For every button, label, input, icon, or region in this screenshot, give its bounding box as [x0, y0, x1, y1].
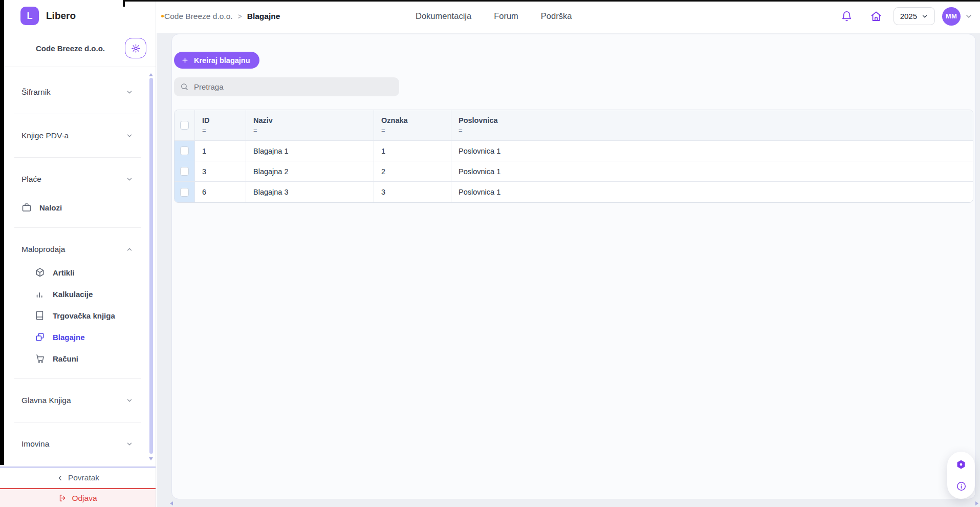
- sidebar-item-artikli[interactable]: Artikli: [0, 262, 156, 283]
- theme-settings-button[interactable]: [954, 458, 968, 471]
- row-checkbox[interactable]: [180, 167, 189, 176]
- logout-button[interactable]: Odjava: [0, 488, 156, 507]
- company-settings-button[interactable]: [125, 38, 146, 58]
- row-checkbox-cell: [175, 161, 195, 182]
- nav-link-dokumentacija[interactable]: Dokumentacija: [416, 11, 471, 21]
- horizontal-scroll-left-arrow[interactable]: [170, 501, 173, 505]
- company-row: Code Breeze d.o.o.: [0, 32, 156, 67]
- cell-naziv[interactable]: Blagajna 1: [246, 141, 374, 161]
- menu-divider: [14, 227, 141, 228]
- year-select[interactable]: 2025: [894, 7, 935, 25]
- create-blagajna-button[interactable]: Kreiraj blagajnu: [174, 52, 259, 69]
- app-root: L Libero Code Breeze d.o.o. Šifrarnik: [0, 0, 980, 507]
- cell-oznaka[interactable]: 1: [374, 141, 451, 161]
- user-menu-chevron-icon[interactable]: [965, 12, 973, 20]
- logout-icon: [58, 494, 67, 502]
- cash-register-icon: [35, 332, 45, 342]
- notification-dot: [161, 15, 164, 17]
- sidebar-scrollbar[interactable]: [149, 78, 153, 454]
- filter-operator[interactable]: =: [381, 126, 451, 134]
- blagajne-table: ID = Naziv = Oznaka = Poslovnica = 1: [174, 110, 973, 203]
- sidebar-item-racuni[interactable]: Računi: [0, 348, 156, 369]
- package-icon: [35, 267, 45, 278]
- filter-operator[interactable]: =: [459, 126, 973, 134]
- sidebar-scroll-down-arrow[interactable]: [149, 457, 153, 460]
- row-checkbox-cell: [175, 141, 195, 161]
- avatar-initials: MM: [946, 12, 957, 20]
- cell-naziv[interactable]: Blagajna 2: [246, 161, 374, 182]
- info-icon: [956, 481, 967, 492]
- row-checkbox[interactable]: [180, 146, 189, 155]
- chevron-up-icon: [126, 246, 133, 253]
- floating-toolbar: [947, 452, 975, 499]
- filter-operator[interactable]: =: [202, 126, 246, 134]
- main-content: Kreiraj blagajnu ID = Naziv = Oznaka: [157, 33, 980, 507]
- sidebar-item-label: Artikli: [53, 268, 75, 277]
- sidebar-item-label: Knjige PDV-a: [21, 131, 69, 140]
- chevron-left-icon: [56, 474, 64, 482]
- cell-id[interactable]: 3: [195, 161, 246, 182]
- notifications-button[interactable]: [841, 10, 853, 22]
- nav-link-forum[interactable]: Forum: [494, 11, 518, 21]
- book-icon: [35, 310, 45, 321]
- sidebar-item-kalkulacije[interactable]: Kalkulacije: [0, 283, 156, 305]
- column-header-oznaka[interactable]: Oznaka =: [374, 110, 451, 141]
- nav-link-podrska[interactable]: Podrška: [541, 11, 572, 21]
- back-button[interactable]: Povratak: [0, 467, 156, 488]
- breadcrumb-parent[interactable]: Code Breeze d.o.o.: [164, 12, 233, 21]
- sidebar-item-nalozi[interactable]: Nalozi: [0, 197, 156, 218]
- sidebar-item-maloprodaja[interactable]: Maloprodaja: [0, 237, 156, 262]
- column-header-id[interactable]: ID =: [195, 110, 246, 141]
- cell-id[interactable]: 1: [195, 141, 246, 161]
- select-all-checkbox[interactable]: [180, 121, 189, 130]
- cell-id[interactable]: 6: [195, 182, 246, 202]
- sidebar-item-label: Nalozi: [39, 203, 62, 212]
- sidebar-item-blagajne[interactable]: Blagajne: [0, 326, 156, 348]
- sidebar-item-label: Plaće: [21, 175, 41, 184]
- sidebar-item-knjige-pdva[interactable]: Knjige PDV-a: [0, 123, 156, 148]
- row-checkbox[interactable]: [180, 188, 189, 197]
- sidebar-item-label: Blagajne: [53, 333, 85, 342]
- search-input[interactable]: [194, 82, 393, 91]
- logout-label: Odjava: [72, 494, 97, 503]
- sidebar-item-trgovacka-knjiga[interactable]: Trgovačka knjiga: [0, 305, 156, 326]
- sidebar-menu: Šifrarnik Knjige PDV-a Plaće Nalozi Malo…: [0, 70, 156, 467]
- brand-name: Libero: [46, 10, 76, 22]
- top-nav: Dokumentacija Forum Podrška: [416, 0, 572, 32]
- sidebar-item-label: Računi: [53, 354, 78, 363]
- sidebar-item-sifrarnik[interactable]: Šifrarnik: [0, 80, 156, 104]
- cell-oznaka[interactable]: 3: [374, 182, 451, 202]
- top-right-cluster: 2025 MM: [841, 0, 973, 32]
- cell-oznaka[interactable]: 2: [374, 161, 451, 182]
- filter-operator[interactable]: =: [253, 126, 374, 134]
- screen-edge-artifact: [125, 0, 980, 2]
- sidebar-item-label: Glavna Knjiga: [21, 396, 71, 405]
- sidebar-item-label: Kalkulacije: [53, 290, 93, 299]
- column-header-naziv[interactable]: Naziv =: [246, 110, 374, 141]
- chevron-down-icon: [126, 397, 133, 404]
- chevron-down-icon: [126, 176, 133, 183]
- cell-poslovnica[interactable]: Poslovnica 1: [451, 161, 973, 182]
- search-bar: [174, 77, 399, 96]
- bar-chart-icon: [35, 289, 45, 299]
- sidebar-item-glavna-knjiga[interactable]: Glavna Knjiga: [0, 388, 156, 413]
- app-logo[interactable]: L: [20, 7, 39, 25]
- sidebar-item-label: Imovina: [21, 439, 49, 449]
- sidebar-item-imovina[interactable]: Imovina: [0, 432, 156, 456]
- home-button[interactable]: [870, 10, 882, 23]
- sidebar-scroll-up-arrow[interactable]: [149, 73, 153, 76]
- cell-poslovnica[interactable]: Poslovnica 1: [451, 141, 973, 161]
- cell-naziv[interactable]: Blagajna 3: [246, 182, 374, 202]
- sidebar-item-label: Trgovačka knjiga: [53, 311, 115, 320]
- avatar[interactable]: MM: [942, 7, 961, 26]
- cell-poslovnica[interactable]: Poslovnica 1: [451, 182, 973, 202]
- chevron-down-icon: [921, 13, 928, 20]
- search-icon: [180, 82, 189, 91]
- info-button[interactable]: [954, 479, 968, 493]
- column-header-poslovnica[interactable]: Poslovnica =: [451, 110, 973, 141]
- select-all-cell: [175, 110, 195, 141]
- row-checkbox-cell: [175, 182, 195, 202]
- sidebar-item-place[interactable]: Plaće: [0, 167, 156, 192]
- chevron-down-icon: [126, 132, 133, 139]
- horizontal-scroll-right-arrow[interactable]: [975, 501, 978, 505]
